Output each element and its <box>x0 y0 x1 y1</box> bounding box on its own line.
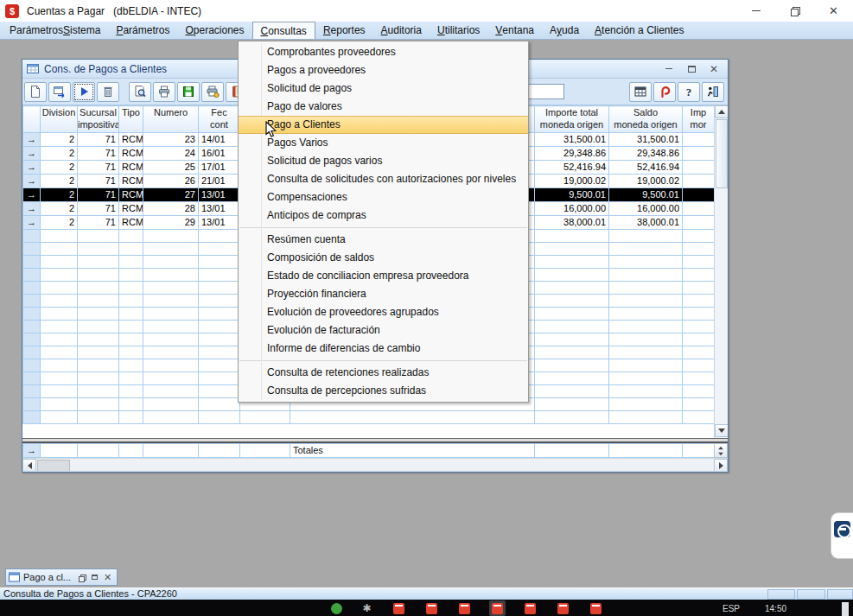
grid-cell[interactable] <box>683 321 715 333</box>
grid-cell[interactable] <box>41 321 78 333</box>
grid-cell[interactable] <box>683 411 715 424</box>
grid-cell[interactable]: 2 <box>41 216 78 230</box>
row-indicator[interactable]: → <box>23 133 41 147</box>
grid-cell[interactable] <box>199 256 240 269</box>
grid-cell[interactable]: 2 <box>41 133 78 147</box>
grid-cell[interactable]: 52,416.94 <box>535 161 609 175</box>
taskbar-icon[interactable] <box>525 603 536 614</box>
minimized-window-pago[interactable]: Pago a cl... ✕ <box>5 568 118 586</box>
menu-item[interactable]: Estado de conciliacion empresa proveedor… <box>239 267 528 285</box>
menu-item[interactable]: Compensaciones <box>239 188 528 206</box>
grid-cell[interactable] <box>535 321 609 333</box>
grid-cell[interactable] <box>119 372 143 385</box>
grid-cell[interactable]: 21/01 <box>199 175 240 188</box>
grid-cell[interactable] <box>609 372 683 385</box>
procedures-button[interactable] <box>653 82 676 102</box>
row-indicator[interactable]: → <box>23 216 41 230</box>
grid-cell[interactable] <box>119 243 143 256</box>
grid-cell[interactable] <box>143 295 199 308</box>
grid-cell[interactable] <box>683 230 715 243</box>
grid-cell[interactable] <box>199 321 240 333</box>
grid-cell[interactable] <box>41 333 78 346</box>
grid-cell[interactable]: 16,000.00 <box>535 202 609 216</box>
grid-cell[interactable] <box>119 269 143 282</box>
grid-cell[interactable] <box>41 269 78 282</box>
grid-cell[interactable] <box>609 256 683 269</box>
scroll-left-button[interactable] <box>22 459 36 471</box>
horizontal-scrollbar[interactable] <box>22 458 728 471</box>
horizontal-scroll-thumb[interactable] <box>37 460 70 471</box>
row-indicator[interactable] <box>23 295 41 308</box>
grid-cell[interactable] <box>609 346 683 359</box>
teamviewer-tab[interactable] <box>831 512 853 559</box>
min-maximize-button[interactable] <box>88 572 101 583</box>
taskbar-icon[interactable] <box>492 603 503 614</box>
column-header[interactable]: Tipo <box>119 106 143 133</box>
row-indicator[interactable] <box>23 346 41 359</box>
grid-cell[interactable] <box>119 346 143 359</box>
grid-cell[interactable] <box>609 411 683 424</box>
grid-cell[interactable]: 29 <box>143 216 199 230</box>
grid-cell[interactable] <box>41 385 78 398</box>
grid-cell[interactable] <box>78 295 119 308</box>
grid-cell[interactable] <box>683 133 715 147</box>
close-button[interactable]: ✕ <box>814 0 853 22</box>
grid-cell[interactable]: 27 <box>143 188 199 202</box>
menu-item[interactable]: Resúmen cuenta <box>239 231 528 249</box>
grid-cell[interactable] <box>119 230 143 243</box>
run-button[interactable] <box>73 82 95 102</box>
grid-cell[interactable] <box>78 398 119 411</box>
print-button[interactable] <box>153 82 175 102</box>
grid-cell[interactable] <box>535 333 609 346</box>
row-indicator[interactable] <box>23 372 41 385</box>
column-header[interactable]: Importe totalmoneda origen <box>535 106 609 133</box>
grid-cell[interactable] <box>143 359 199 372</box>
grid-cell[interactable] <box>143 282 199 295</box>
grid-cell[interactable]: 71 <box>78 147 119 161</box>
grid-cell[interactable] <box>609 385 683 398</box>
table-button[interactable] <box>629 82 652 102</box>
grid-cell[interactable] <box>41 346 78 359</box>
grid-cell[interactable] <box>41 398 78 411</box>
grid-cell[interactable]: 16,000.00 <box>609 202 683 216</box>
menubar-item[interactable]: Atención a Clientes <box>587 22 691 39</box>
grid-cell[interactable] <box>41 256 78 269</box>
grid-cell[interactable] <box>683 282 715 295</box>
row-indicator[interactable] <box>23 411 41 424</box>
grid-cell[interactable] <box>683 372 715 385</box>
grid-cell[interactable]: 31,500.01 <box>535 133 609 147</box>
menu-item[interactable]: Consulta de solicitudes con autorizacion… <box>239 170 528 188</box>
menu-item[interactable]: Solicitud de pagos <box>239 79 528 98</box>
grid-cell[interactable] <box>119 321 143 333</box>
column-header[interactable]: Saldomoneda origen <box>609 106 683 133</box>
grid-cell[interactable]: 71 <box>78 216 119 230</box>
grid-cell[interactable] <box>609 243 683 256</box>
grid-cell[interactable] <box>199 333 240 346</box>
grid-cell[interactable] <box>535 308 609 321</box>
grid-cell[interactable] <box>199 243 240 256</box>
grid-cell[interactable]: 23 <box>143 133 199 147</box>
menubar-item[interactable]: Operaciones <box>177 22 251 39</box>
grid-cell[interactable] <box>41 372 78 385</box>
grid-cell[interactable]: RCM <box>119 161 143 175</box>
grid-cell[interactable]: RCM <box>119 147 143 161</box>
menu-item[interactable]: Consulta de percepciones sufridas <box>239 382 528 400</box>
grid-cell[interactable]: 71 <box>78 175 119 188</box>
grid-cell[interactable] <box>683 385 715 398</box>
menubar-item[interactable]: Utilitarios <box>430 22 487 39</box>
menu-item[interactable]: Informe de diferencias de cambio <box>239 340 528 358</box>
grid-cell[interactable] <box>535 282 609 295</box>
row-indicator[interactable] <box>23 308 41 321</box>
grid-cell[interactable]: 25 <box>143 161 199 175</box>
column-header[interactable]: Feccont <box>199 106 240 133</box>
grid-cell[interactable]: 19,000.02 <box>609 175 683 188</box>
taskbar-icon[interactable] <box>393 603 404 614</box>
grid-cell[interactable] <box>143 372 199 385</box>
grid-cell[interactable]: 29,348.86 <box>609 147 683 161</box>
print-settings-button[interactable] <box>201 82 224 102</box>
menu-item[interactable]: Solicitud de pagos varios <box>239 152 528 170</box>
grid-cell[interactable] <box>41 282 78 295</box>
taskbar-icon[interactable] <box>426 603 437 614</box>
grid-cell[interactable] <box>535 385 609 398</box>
grid-cell[interactable] <box>609 321 683 333</box>
